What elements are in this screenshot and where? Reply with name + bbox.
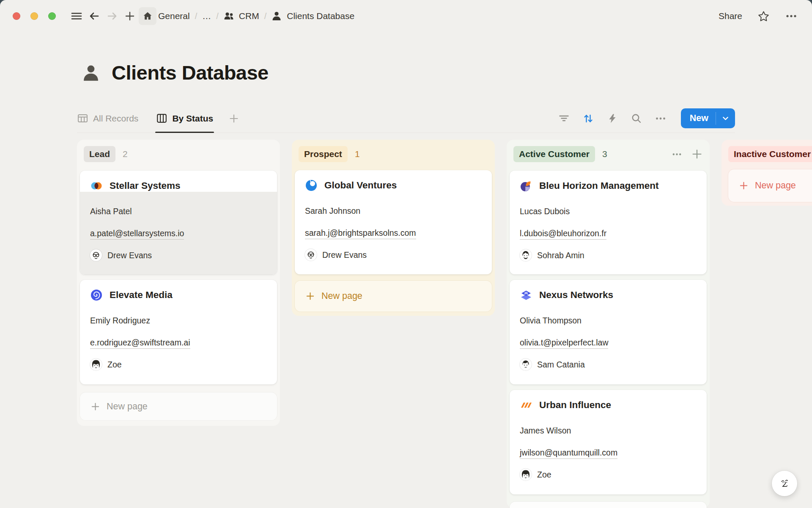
more-options-icon[interactable]: [785, 10, 798, 22]
card-contact-name: Aisha Patel: [90, 207, 132, 216]
column-header-prospect: Prospect 1: [299, 146, 488, 162]
page-title[interactable]: Clients Database: [112, 62, 269, 84]
forward-icon[interactable]: [103, 7, 121, 25]
board-column-lead: Lead 2 Stellar Systems Aisha Patel a.pat…: [77, 140, 280, 426]
minimize-window-button[interactable]: [30, 12, 38, 20]
card-stellar-systems[interactable]: Stellar Systems Aisha Patel a.patel@stel…: [80, 171, 277, 274]
card-title: Bleu Horizon Management: [539, 180, 659, 191]
card-owner-row: Sam Catania: [520, 359, 585, 370]
sidebar-toggle-icon[interactable]: [68, 7, 85, 25]
breadcrumb-separator: /: [264, 11, 267, 21]
card-contact-name: Sarah Johnson: [305, 206, 360, 216]
avatar-zoe: [520, 469, 532, 480]
people-icon: [223, 10, 235, 22]
back-icon[interactable]: [85, 7, 103, 25]
card-email-link[interactable]: jwilson@quantumquill.com: [520, 448, 617, 458]
status-tag-active-customer[interactable]: Active Customer: [513, 146, 595, 162]
breadcrumb-ellipsis[interactable]: …: [202, 11, 211, 21]
card-contact-name: Emily Rodriguez: [90, 316, 150, 326]
search-icon[interactable]: [631, 113, 642, 124]
new-page-label: New page: [755, 180, 796, 191]
favorite-star-icon[interactable]: [757, 10, 770, 22]
new-page-button-lead[interactable]: New page: [80, 392, 277, 420]
new-page-button-active-customer[interactable]: [510, 502, 707, 508]
add-view-icon[interactable]: [228, 113, 239, 124]
share-button[interactable]: Share: [719, 11, 742, 21]
card-bleu-horizon-management[interactable]: Bleu Horizon Management Lucas Dubois l.d…: [510, 171, 707, 274]
card-nexus-networks[interactable]: Nexus Networks Olivia Thompson olivia.t@…: [510, 280, 707, 384]
table-view-icon: [77, 113, 88, 124]
stellar-systems-venn-icon: [90, 179, 103, 192]
board-column-active-customer: Active Customer 3 Bleu Horizon Managemen…: [507, 140, 710, 508]
card-email-link[interactable]: olivia.t@pixelperfect.law: [520, 338, 608, 348]
column-count-lead: 2: [123, 149, 128, 159]
avatar-sohrab-amin: [520, 249, 532, 261]
card-email-link[interactable]: sarah.j@brightsparksolns.com: [305, 228, 416, 238]
avatar-sam-catania: [520, 359, 532, 370]
card-contact-name: James Wilson: [520, 426, 571, 436]
card-elevate-media[interactable]: Elevate Media Emily Rodriguez e.rodrigue…: [80, 280, 277, 384]
bleu-horizon-pie-icon: [520, 179, 532, 192]
close-window-button[interactable]: [13, 12, 20, 20]
card-owner-name: Zoe: [537, 470, 551, 480]
view-toolbar: New: [558, 108, 735, 128]
new-button-chevron-down-icon[interactable]: [716, 114, 735, 122]
status-tag-prospect[interactable]: Prospect: [299, 146, 348, 162]
titlebar: General / … / CRM / Clients Database Sha…: [0, 0, 812, 32]
notion-ai-face-button[interactable]: [772, 471, 797, 496]
traffic-lights: [13, 12, 56, 20]
card-email-link[interactable]: a.patel@stellarsystems.io: [90, 229, 184, 238]
card-contact-name: Olivia Thompson: [520, 316, 582, 326]
column-more-options-icon[interactable]: [671, 149, 683, 160]
sort-icon[interactable]: [582, 113, 594, 124]
column-count-active-customer: 3: [602, 149, 607, 159]
card-global-ventures[interactable]: Global Ventures Sarah Johnson sarah.j@br…: [295, 170, 492, 274]
card-title: Elevate Media: [110, 290, 173, 301]
column-count-prospect: 1: [355, 149, 360, 159]
card-owner-name: Zoe: [107, 360, 122, 370]
board-column-inactive-customer: Inactive Customer New page: [721, 140, 812, 206]
breadcrumb-general[interactable]: General: [158, 11, 190, 21]
new-record-button-label: New: [681, 113, 716, 124]
card-owner-row: Sohrab Amin: [520, 249, 584, 261]
new-record-button[interactable]: New: [681, 108, 735, 128]
new-page-button-prospect[interactable]: New page: [295, 281, 492, 312]
card-owner-row: Drew Evans: [305, 249, 367, 261]
card-email-link[interactable]: l.dubois@bleuhorizon.fr: [520, 229, 606, 238]
zoom-window-button[interactable]: [48, 12, 56, 20]
card-email-link[interactable]: e.rodriguez@swiftstream.ai: [90, 338, 190, 348]
new-tab-icon[interactable]: [121, 7, 139, 25]
card-title: Global Ventures: [324, 180, 397, 191]
card-urban-influence[interactable]: Urban Influence James Wilson jwilson@qua…: [510, 390, 707, 494]
card-owner-name: Drew Evans: [322, 250, 367, 260]
card-contact-name: Lucas Dubois: [520, 207, 570, 216]
card-owner-name: Sam Catania: [537, 360, 585, 370]
automations-lightning-icon[interactable]: [607, 113, 618, 124]
card-title: Nexus Networks: [539, 290, 613, 301]
column-header-lead: Lead 2: [84, 146, 273, 162]
view-more-options-icon[interactable]: [655, 113, 667, 124]
breadcrumb-separator: /: [195, 11, 198, 21]
card-title: Urban Influence: [539, 400, 611, 411]
status-tag-lead[interactable]: Lead: [84, 146, 115, 162]
home-icon[interactable]: [139, 7, 156, 25]
breadcrumb-separator: /: [216, 11, 219, 21]
card-title: Stellar Systems: [110, 180, 181, 191]
view-tabs-row: All Records By Status: [77, 104, 735, 133]
tab-all-records-label: All Records: [93, 113, 138, 124]
breadcrumb-current-page[interactable]: Clients Database: [287, 11, 354, 21]
filter-icon[interactable]: [558, 113, 570, 124]
tab-by-status[interactable]: By Status: [156, 104, 213, 133]
avatar-drew-evans: [305, 249, 317, 261]
status-tag-inactive-customer[interactable]: Inactive Customer: [728, 146, 812, 162]
board-view-icon: [156, 113, 167, 124]
avatar-drew-evans: [90, 249, 102, 261]
tab-all-records[interactable]: All Records: [77, 104, 138, 133]
card-owner-row: Drew Evans: [90, 249, 152, 261]
app-window: General / … / CRM / Clients Database Sha…: [0, 0, 812, 508]
column-add-card-icon[interactable]: [691, 148, 703, 160]
avatar-zoe: [90, 359, 102, 370]
card-owner-row: Zoe: [520, 469, 551, 480]
breadcrumb-crm[interactable]: CRM: [239, 11, 259, 21]
new-page-button-inactive-customer[interactable]: New page: [728, 169, 812, 202]
